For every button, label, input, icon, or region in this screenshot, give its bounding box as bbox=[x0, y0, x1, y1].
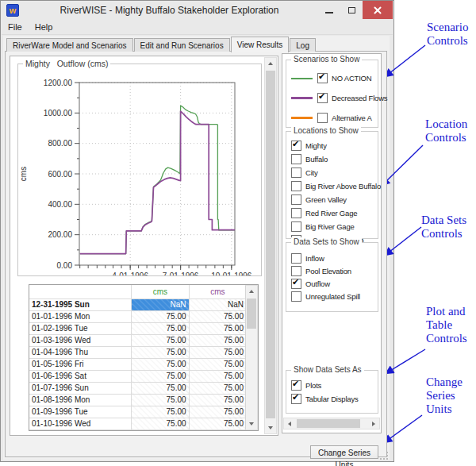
controls-scrollbar-thumb[interactable] bbox=[297, 419, 360, 428]
dataset-checkbox[interactable] bbox=[291, 253, 301, 264]
dataset-label[interactable]: Outflow bbox=[305, 279, 330, 288]
scenario-checkbox[interactable] bbox=[317, 113, 328, 123]
location-checkbox[interactable] bbox=[291, 208, 301, 218]
scenario-label[interactable]: NO ACTION bbox=[332, 74, 371, 83]
menu-help[interactable]: Help bbox=[29, 20, 60, 33]
value-cell[interactable]: 75.00 bbox=[189, 358, 246, 370]
scroll-right-icon[interactable] bbox=[368, 418, 379, 429]
value-cell[interactable]: 75.00 bbox=[189, 322, 246, 334]
y-tick-label: 1000.00 bbox=[44, 109, 73, 117]
location-label[interactable]: Buffalo bbox=[305, 155, 328, 164]
annotation-line: Plot and bbox=[426, 305, 467, 318]
value-cell[interactable]: 75.00 bbox=[132, 429, 189, 431]
scroll-left-icon[interactable] bbox=[284, 418, 295, 429]
minimize-button[interactable] bbox=[318, 1, 340, 19]
datasets-group-title: Data Sets to Show bbox=[291, 237, 362, 246]
display-label[interactable]: Plots bbox=[305, 381, 321, 390]
outflow-data-table: cmscms12-31-1995 SunNaNNaN01-01-1996 Mon… bbox=[29, 284, 259, 431]
value-cell[interactable]: 75.00 bbox=[132, 394, 189, 406]
value-cell[interactable]: 75.00 bbox=[132, 322, 189, 334]
change-series-units-button[interactable]: Change Series Units bbox=[310, 445, 378, 459]
value-cell[interactable]: 75.00 bbox=[189, 382, 246, 394]
value-cell[interactable]: 75.00 bbox=[132, 310, 189, 322]
value-cell[interactable]: 75.00 bbox=[132, 346, 189, 358]
y-tick-label: 400.00 bbox=[48, 200, 72, 209]
panel-vertical-scrollbar[interactable] bbox=[264, 57, 277, 434]
scroll-up-icon[interactable] bbox=[265, 58, 276, 69]
value-cell[interactable]: 75.00 bbox=[132, 382, 189, 394]
location-checkbox[interactable] bbox=[291, 194, 301, 205]
scenario-checkbox[interactable] bbox=[317, 93, 328, 103]
scenario-checkbox[interactable] bbox=[317, 73, 328, 83]
scroll-down-icon[interactable] bbox=[246, 418, 257, 429]
y-tick-label: 1200.00 bbox=[44, 79, 73, 87]
table-vertical-scrollbar[interactable] bbox=[245, 285, 258, 430]
display-label[interactable]: Tabular Displays bbox=[305, 395, 359, 403]
scenario-item-decreased-flows: Decreased Flows bbox=[286, 88, 378, 108]
close-button[interactable] bbox=[363, 1, 393, 19]
show-data-sets-as-group: Show Data Sets As PlotsTabular Displays bbox=[286, 370, 378, 414]
value-cell[interactable]: 75.00 bbox=[132, 406, 189, 418]
tab-riverware-model-and-scenarios[interactable]: RiverWare Model and Scenarios bbox=[6, 38, 133, 52]
column-header-cms-1: cms bbox=[189, 285, 246, 298]
series-color-swatch bbox=[291, 78, 313, 79]
value-cell[interactable]: 75.00 bbox=[189, 429, 246, 431]
location-label[interactable]: Red River Gage bbox=[305, 209, 357, 218]
table-row: 01-08-1996 Mon75.0075.00 bbox=[29, 394, 247, 406]
location-checkbox[interactable] bbox=[291, 181, 301, 191]
value-cell[interactable]: 75.00 bbox=[132, 418, 189, 429]
tab-log[interactable]: Log bbox=[290, 38, 316, 52]
display-checkbox[interactable] bbox=[291, 394, 301, 404]
showas-group-title: Show Data Sets As bbox=[291, 365, 364, 374]
location-checkbox[interactable] bbox=[291, 221, 301, 232]
table-scrollbar-thumb[interactable] bbox=[247, 298, 256, 329]
location-checkbox[interactable] bbox=[291, 168, 301, 178]
menu-file[interactable]: File bbox=[2, 20, 29, 33]
location-label[interactable]: Green Valley bbox=[305, 195, 347, 204]
value-cell[interactable]: 75.00 bbox=[132, 370, 189, 382]
location-label[interactable]: Big River Gage bbox=[305, 222, 355, 231]
date-cell: 01-06-1996 Sat bbox=[29, 370, 132, 382]
title-bar[interactable]: w RiverWISE - Mighty Buffalo Stakeholder… bbox=[1, 1, 393, 20]
value-cell[interactable]: 75.00 bbox=[189, 370, 246, 382]
dataset-checkbox[interactable] bbox=[291, 266, 301, 276]
value-cell[interactable]: 75.00 bbox=[189, 394, 246, 406]
value-cell[interactable]: NaN bbox=[189, 298, 246, 310]
value-cell[interactable]: 75.00 bbox=[189, 418, 246, 429]
display-checkbox[interactable] bbox=[291, 380, 301, 391]
dataset-checkbox[interactable] bbox=[291, 291, 301, 302]
value-cell[interactable]: 75.00 bbox=[189, 346, 246, 358]
scroll-up-icon[interactable] bbox=[246, 286, 257, 297]
dataset-item-pool-elevation: Pool Elevation bbox=[286, 264, 378, 277]
scenario-label[interactable]: Decreased Flows bbox=[332, 94, 387, 102]
table-row: 01-04-1996 Thu75.0075.00 bbox=[29, 346, 247, 358]
location-checkbox[interactable] bbox=[291, 141, 301, 151]
dataset-checkbox[interactable] bbox=[291, 279, 301, 289]
controls-horizontal-scrollbar[interactable] bbox=[283, 418, 380, 429]
location-checkbox[interactable] bbox=[291, 154, 301, 164]
value-cell[interactable]: 75.00 bbox=[189, 310, 246, 322]
value-cell[interactable]: 75.00 bbox=[189, 334, 246, 346]
dataset-label[interactable]: Unregulated Spill bbox=[305, 292, 360, 301]
tab-bar: RiverWare Model and ScenariosEdit and Ru… bbox=[6, 36, 317, 52]
annotation-label: Plot andTableControls bbox=[426, 305, 467, 345]
location-item-red-river-gage: Red River Gage bbox=[286, 206, 378, 220]
tab-view-results[interactable]: View Results bbox=[231, 37, 290, 52]
location-label[interactable]: Mighty bbox=[305, 141, 327, 150]
value-cell[interactable]: 75.00 bbox=[132, 334, 189, 346]
locations-group-title: Locations to Show bbox=[291, 126, 361, 135]
dataset-label[interactable]: Inflow bbox=[305, 254, 324, 263]
column-header-cms-0: cms bbox=[132, 285, 189, 298]
value-cell[interactable]: 75.00 bbox=[189, 406, 246, 418]
tab-edit-and-run-scenarios[interactable]: Edit and Run Scenarios bbox=[134, 38, 230, 52]
dataset-label[interactable]: Pool Elevation bbox=[305, 267, 351, 275]
value-cell[interactable]: NaN bbox=[132, 298, 189, 310]
location-label[interactable]: City bbox=[305, 168, 318, 177]
value-cell[interactable]: 75.00 bbox=[132, 358, 189, 370]
scroll-down-icon[interactable] bbox=[265, 422, 276, 433]
panel-scrollbar-thumb[interactable] bbox=[266, 71, 275, 418]
scenario-label[interactable]: Alternative A bbox=[332, 114, 372, 122]
maximize-button[interactable] bbox=[340, 1, 363, 19]
table-row: 01-07-1996 Sun75.0075.00 bbox=[29, 382, 247, 394]
location-label[interactable]: Big River Above Buffalo bbox=[305, 182, 381, 191]
